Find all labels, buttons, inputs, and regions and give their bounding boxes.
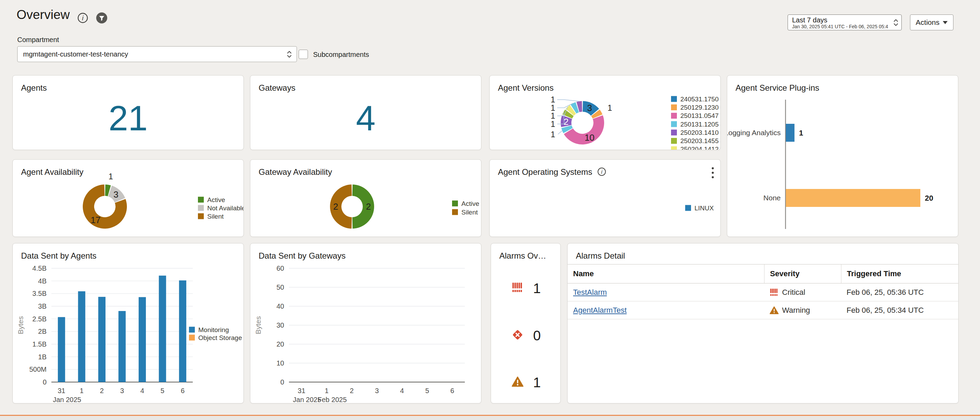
svg-text:4.5B: 4.5B [32, 264, 46, 272]
column-header-triggered-time[interactable]: Triggered Time [841, 264, 958, 283]
svg-text:1: 1 [608, 103, 612, 112]
svg-text:LINUX: LINUX [694, 204, 714, 212]
alarm-link[interactable]: AgentAlarmTest [573, 306, 627, 315]
warning-severity-icon [512, 376, 523, 389]
alarm-critical-row: 1 [491, 282, 560, 295]
svg-text:Monitoring: Monitoring [198, 326, 229, 333]
warning-count: 1 [533, 375, 541, 390]
page-bottom-strip [0, 416, 980, 420]
svg-text:3: 3 [375, 387, 379, 395]
page-title: Overview [17, 8, 70, 22]
agent-service-plugins-card: Agent Service Plug-ins Logging Analytics… [727, 75, 958, 237]
svg-text:Jan 2025: Jan 2025 [53, 396, 81, 403]
svg-text:250129.1230: 250129.1230 [680, 104, 719, 111]
compartment-value: mgmtagent-customer-test-tenancy [23, 50, 128, 58]
svg-text:250131.0547: 250131.0547 [680, 112, 719, 119]
time-range-label: Last 7 days [792, 16, 891, 24]
svg-text:2.5B: 2.5B [32, 315, 46, 323]
svg-text:0: 0 [43, 378, 46, 386]
svg-text:20: 20 [925, 194, 933, 202]
svg-text:2B: 2B [38, 328, 46, 335]
svg-text:240531.1750: 240531.1750 [680, 95, 719, 103]
warning-severity-icon [770, 306, 779, 315]
svg-text:20: 20 [277, 340, 284, 348]
gateways-card: Gateways 4 [250, 75, 481, 150]
card-title: Gateways [259, 83, 296, 93]
svg-text:Silent: Silent [461, 208, 478, 216]
svg-text:6: 6 [181, 387, 185, 395]
gateways-count: 4 [250, 98, 481, 138]
agent-service-plugins-bar-chart: Logging Analytics1None20 [727, 76, 958, 237]
gateway-availability-donut-chart: 22ActiveSilent [250, 160, 481, 237]
svg-text:0: 0 [280, 378, 284, 386]
agent-versions-card: Agent Versions 3110121111240531.17502501… [489, 75, 721, 150]
overview-page: Overview i Last 7 days Jan 30, 2025 05:4… [0, 0, 980, 420]
svg-text:Bytes: Bytes [17, 316, 24, 334]
triggered-time: Feb 06, 25, 05:36 UTC [841, 288, 958, 297]
severity-label: Warning [782, 306, 810, 315]
severity-label: Critical [782, 288, 805, 297]
svg-text:4: 4 [140, 387, 144, 395]
gateway-availability-card: Gateway Availability 22ActiveSilent [250, 159, 481, 237]
data-sent-by-agents-card: Data Sent by Agents 0500M1B1.5B2B2.5B3B3… [13, 243, 244, 403]
svg-text:31: 31 [298, 387, 305, 395]
filter-icon[interactable] [96, 12, 108, 25]
svg-text:10: 10 [584, 132, 595, 143]
critical-count: 1 [533, 281, 541, 296]
svg-text:1B: 1B [38, 353, 46, 361]
svg-text:2: 2 [366, 201, 371, 212]
time-range-selector[interactable]: Last 7 days Jan 30, 2025 05:41 UTC - Feb… [788, 14, 902, 30]
svg-text:2: 2 [350, 387, 354, 395]
column-header-name[interactable]: Name [568, 264, 764, 283]
alarms-table-header: Name Severity Triggered Time [568, 264, 958, 283]
critical-severity-icon [512, 282, 523, 295]
svg-text:Active: Active [461, 200, 479, 207]
svg-text:1: 1 [799, 129, 803, 137]
svg-text:250204.1412: 250204.1412 [680, 146, 719, 150]
svg-text:500M: 500M [29, 366, 46, 373]
svg-text:Logging Analytics: Logging Analytics [727, 129, 781, 137]
svg-text:250203.1410: 250203.1410 [680, 129, 719, 136]
error-count: 0 [533, 328, 541, 344]
svg-text:3: 3 [113, 189, 118, 200]
actions-button[interactable]: Actions [910, 14, 953, 30]
svg-text:Active: Active [207, 196, 225, 204]
svg-text:3: 3 [120, 387, 124, 395]
svg-text:4: 4 [400, 387, 404, 395]
alarms-table: Name Severity Triggered Time TestAlarm C… [568, 264, 958, 319]
svg-text:Object Storage: Object Storage [198, 334, 242, 341]
compartment-select[interactable]: mgmtagent-customer-test-tenancy [17, 46, 297, 62]
table-row: TestAlarm Critical Feb 06, 25, 05:36 UTC [568, 283, 958, 301]
alarm-warning-row: 1 [491, 375, 560, 389]
svg-text:2: 2 [333, 201, 338, 212]
svg-text:1: 1 [80, 387, 83, 395]
svg-text:50: 50 [277, 283, 284, 291]
svg-text:6: 6 [450, 387, 454, 395]
svg-text:60: 60 [277, 264, 284, 272]
subcompartments-checkbox[interactable] [299, 50, 308, 59]
svg-text:10: 10 [277, 359, 284, 367]
svg-text:Feb 2025: Feb 2025 [318, 396, 347, 403]
svg-text:2: 2 [100, 387, 104, 395]
svg-text:None: None [764, 194, 781, 202]
compartment-label: Compartment [17, 36, 59, 44]
triggered-time: Feb 06, 25, 05:34 UTC [841, 306, 958, 315]
alarms-detail-card: Alarms Detail Name Severity Triggered Ti… [567, 243, 959, 403]
caret-down-icon [943, 21, 948, 24]
svg-text:3B: 3B [38, 302, 46, 310]
svg-text:1: 1 [108, 172, 113, 181]
subcompartments-label: Subcompartments [313, 51, 369, 59]
svg-text:1: 1 [551, 119, 555, 129]
alarm-link[interactable]: TestAlarm [573, 288, 607, 297]
svg-text:1: 1 [551, 130, 555, 139]
svg-text:17: 17 [91, 215, 101, 225]
svg-text:i: i [82, 14, 84, 22]
data-sent-by-gateways-card: Data Sent by Gateways 010203040506031Jan… [250, 243, 481, 403]
column-header-severity[interactable]: Severity [764, 264, 841, 283]
data-sent-by-gateways-bar-chart: 010203040506031Jan 20251Feb 202523456Byt… [250, 243, 481, 403]
svg-text:4B: 4B [38, 277, 46, 285]
svg-text:3.5B: 3.5B [32, 290, 46, 297]
chevron-up-down-icon [286, 50, 293, 61]
page-info-icon[interactable]: i [77, 13, 88, 25]
svg-text:Jan 2025: Jan 2025 [293, 396, 321, 403]
